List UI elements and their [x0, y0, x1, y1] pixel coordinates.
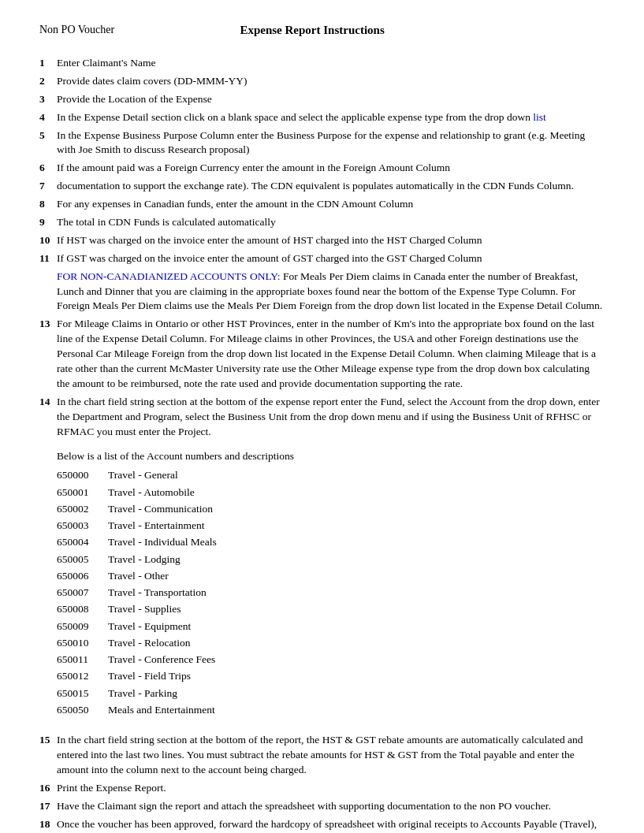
instruction-number-2: 2: [39, 74, 57, 89]
instruction-number-4: 4: [39, 110, 57, 125]
instruction-4-blue: list: [533, 111, 546, 123]
instruction-text-7: documentation to support the exchange ra…: [57, 179, 605, 194]
accounts-section: Below is a list of the Account numbers a…: [57, 450, 605, 718]
account-desc: Travel - Automobile: [108, 485, 605, 500]
account-number: 650011: [57, 652, 108, 668]
instruction-14: 14 In the chart field string section at …: [39, 395, 605, 440]
instruction-text-16: Print the Expense Report.: [57, 781, 605, 796]
account-desc: Travel - Communication: [108, 501, 605, 517]
account-number: 650012: [57, 668, 108, 684]
instruction-5: 5 In the Expense Business Purpose Column…: [39, 128, 605, 158]
account-row: 650015Travel - Parking: [57, 686, 605, 701]
account-desc: Travel - Entertainment: [108, 518, 605, 534]
account-number: 650050: [57, 702, 108, 718]
instruction-6: 6 If the amount paid was a Foreign Curre…: [39, 161, 605, 176]
account-row: 650003Travel - Entertainment: [57, 518, 605, 534]
instruction-number-5: 5: [39, 128, 57, 158]
instruction-text-11: If GST was charged on the invoice enter …: [57, 251, 605, 266]
instruction-text-17: Have the Claimant sign the report and at…: [57, 799, 605, 814]
instruction-4: 4 In the Expense Detail section click on…: [39, 110, 605, 125]
account-number: 650002: [57, 501, 108, 517]
instruction-number-1: 1: [39, 56, 57, 71]
account-row: 650010Travel - Relocation: [57, 635, 605, 651]
instruction-text-9: The total in CDN Funds is calculated aut…: [57, 215, 605, 230]
instruction-number-7: 7: [39, 179, 57, 194]
account-row: 650050Meals and Entertainment: [57, 702, 605, 718]
account-desc: Travel - Equipment: [108, 619, 605, 634]
account-row: 650007Travel - Transportation: [57, 585, 605, 601]
instruction-12: FOR NON-CANADIANIZED ACCOUNTS ONLY: For …: [39, 270, 605, 314]
instruction-number-13: 13: [39, 317, 57, 391]
instruction-number-8: 8: [39, 197, 57, 212]
instruction-12-blue: FOR NON-CANADIANIZED ACCOUNTS ONLY:: [57, 270, 283, 282]
accounts-intro: Below is a list of the Account numbers a…: [57, 450, 605, 463]
account-number: 650010: [57, 635, 108, 651]
account-row: 650005Travel - Lodging: [57, 552, 605, 567]
account-desc: Travel - Field Trips: [108, 668, 605, 684]
instruction-text-10: If HST was charged on the invoice enter …: [57, 233, 605, 248]
account-row: 650012Travel - Field Trips: [57, 668, 605, 684]
account-number: 650000: [57, 467, 108, 483]
account-number: 650007: [57, 585, 108, 601]
account-number: 650009: [57, 619, 108, 634]
instruction-text-3: Provide the Location of the Expense: [57, 92, 605, 107]
account-desc: Travel - Supplies: [108, 601, 605, 617]
instruction-text-2: Provide dates claim covers (DD-MMM-YY): [57, 74, 605, 89]
account-row: 650000Travel - General: [57, 467, 605, 483]
instruction-text-14: In the chart field string section at the…: [57, 395, 605, 440]
account-desc: Travel - Transportation: [108, 585, 605, 601]
instruction-17: 17 Have the Claimant sign the report and…: [39, 799, 605, 814]
instruction-number-16: 16: [39, 781, 57, 796]
instruction-15: 15 In the chart field string section at …: [39, 733, 605, 778]
instruction-18: 18 Once the voucher has been approved, f…: [39, 817, 605, 833]
instruction-8: 8 For any expenses in Canadian funds, en…: [39, 197, 605, 212]
account-desc: Travel - Relocation: [108, 635, 605, 651]
account-number: 650015: [57, 686, 108, 701]
instructions-section: 1 Enter Claimant's Name 2 Provide dates …: [39, 56, 605, 833]
instruction-text-13: For Mileage Claims in Ontario or other H…: [57, 317, 605, 391]
account-desc: Travel - Parking: [108, 686, 605, 701]
account-number: 650005: [57, 552, 108, 567]
instruction-text-6: If the amount paid was a Foreign Currenc…: [57, 161, 605, 176]
account-desc: Meals and Entertainment: [108, 702, 605, 718]
instruction-text-18: Once the voucher has been approved, forw…: [57, 817, 605, 833]
instruction-number-3: 3: [39, 92, 57, 107]
instruction-number-9: 9: [39, 215, 57, 230]
account-row: 650002Travel - Communication: [57, 501, 605, 517]
instruction-11: 11 If GST was charged on the invoice ent…: [39, 251, 605, 266]
instruction-number-18: 18: [39, 817, 57, 833]
instruction-13: 13 For Mileage Claims in Ontario or othe…: [39, 317, 605, 391]
instruction-number-17: 17: [39, 799, 57, 814]
accounts-list: 650000Travel - General650001Travel - Aut…: [57, 467, 605, 718]
account-desc: Travel - Individual Meals: [108, 534, 605, 550]
account-number: 650001: [57, 485, 108, 500]
account-row: 650008Travel - Supplies: [57, 601, 605, 617]
account-number: 650008: [57, 601, 108, 617]
instruction-text-8: For any expenses in Canadian funds, ente…: [57, 197, 605, 212]
account-row: 650004Travel - Individual Meals: [57, 534, 605, 550]
account-row: 650009Travel - Equipment: [57, 619, 605, 634]
account-number: 650003: [57, 518, 108, 534]
instruction-9: 9 The total in CDN Funds is calculated a…: [39, 215, 605, 230]
instruction-text-15: In the chart field string section at the…: [57, 733, 605, 778]
instruction-number-15: 15: [39, 733, 57, 778]
account-row: 650011Travel - Conference Fees: [57, 652, 605, 668]
instruction-text-1: Enter Claimant's Name: [57, 56, 605, 71]
instruction-7: 7 documentation to support the exchange …: [39, 179, 605, 194]
instruction-text-12: FOR NON-CANADIANIZED ACCOUNTS ONLY: For …: [57, 270, 605, 314]
instruction-text-4: In the Expense Detail section click on a…: [57, 110, 605, 125]
instruction-3: 3 Provide the Location of the Expense: [39, 92, 605, 107]
account-desc: Travel - Other: [108, 568, 605, 584]
instruction-10: 10 If HST was charged on the invoice ent…: [39, 233, 605, 248]
account-number: 650004: [57, 534, 108, 550]
instruction-number-11: 11: [39, 251, 57, 266]
account-desc: Travel - Lodging: [108, 552, 605, 567]
instruction-text-5: In the Expense Business Purpose Column e…: [57, 128, 605, 158]
instruction-number-14: 14: [39, 395, 57, 440]
instruction-number-6: 6: [39, 161, 57, 176]
instruction-number-12: [39, 270, 57, 314]
instruction-1: 1 Enter Claimant's Name: [39, 56, 605, 71]
instruction-number-10: 10: [39, 233, 57, 248]
account-desc: Travel - General: [108, 467, 605, 483]
header-title: Expense Report Instructions: [240, 24, 384, 37]
